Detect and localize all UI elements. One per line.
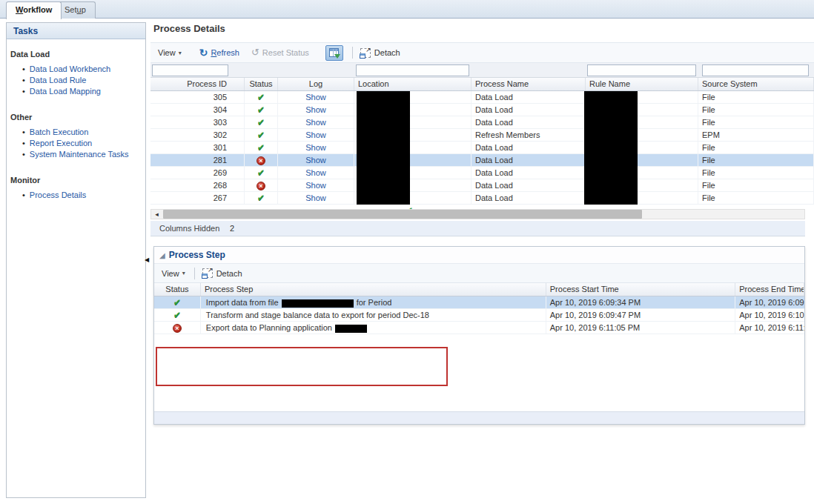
column-header[interactable]: Source System bbox=[698, 78, 814, 90]
log-cell: Show bbox=[278, 192, 354, 204]
tab-workflow[interactable]: Workflow bbox=[6, 1, 62, 19]
show-log-link[interactable]: Show bbox=[305, 118, 326, 127]
rule-name-redaction-block bbox=[584, 91, 638, 205]
panel-collapse-handle[interactable]: ◀ bbox=[143, 252, 150, 268]
source-system-cell: File bbox=[698, 167, 814, 179]
show-log-link[interactable]: Show bbox=[305, 168, 326, 177]
refresh-button[interactable]: ↻ Refresh bbox=[199, 48, 239, 57]
table-status-bar: Columns Hidden 2 bbox=[150, 221, 805, 236]
sidebar-link[interactable]: Process Details bbox=[30, 190, 86, 200]
step-column-header[interactable]: Process End Time bbox=[735, 283, 804, 296]
status-cell: ✔ bbox=[245, 167, 278, 179]
process-row[interactable]: 302✔ShowRefresh MembersEPM bbox=[150, 129, 814, 142]
step-view-menu-button[interactable]: View ▾ bbox=[162, 269, 185, 278]
tab-setup-label: Setup bbox=[64, 5, 86, 14]
filter-process-id-input[interactable] bbox=[152, 64, 228, 76]
show-log-link[interactable]: Show bbox=[305, 156, 326, 165]
log-cell: Show bbox=[278, 91, 354, 103]
sidebar-section: Monitor•Process Details bbox=[10, 176, 141, 200]
detach-button[interactable]: ↗ Detach bbox=[360, 48, 400, 58]
bullet-icon: • bbox=[22, 149, 25, 159]
table-filter-row bbox=[150, 63, 814, 78]
log-cell: Show bbox=[278, 154, 354, 166]
step-column-header[interactable]: Status bbox=[154, 283, 201, 296]
sidebar-link[interactable]: System Maintenance Tasks bbox=[30, 149, 129, 159]
process-step-panel: ◢ Process Step View ▾ ↗ Detach StatusPro… bbox=[153, 246, 805, 425]
process-step-row[interactable]: ✔Transform and stage balance data to exp… bbox=[154, 309, 804, 322]
source-system-cell: File bbox=[698, 192, 814, 204]
detach-label: Detach bbox=[374, 48, 400, 57]
toolbar-separator bbox=[194, 268, 195, 279]
scroll-left-button[interactable]: ◂ bbox=[151, 210, 162, 219]
query-by-example-button[interactable] bbox=[325, 45, 343, 61]
process-name-cell: Data Load bbox=[471, 104, 586, 116]
tab-workflow-label: Workflow bbox=[16, 5, 52, 14]
page-title: Process Details bbox=[153, 23, 225, 34]
step-redaction-block bbox=[335, 325, 367, 333]
sidebar-link[interactable]: Data Load Rule bbox=[30, 75, 86, 85]
step-start-time-cell: Apr 10, 2019 6:09:47 PM bbox=[546, 309, 735, 321]
horizontal-scrollbar[interactable]: ◂ bbox=[150, 209, 805, 219]
source-system-cell: File bbox=[698, 142, 814, 153]
column-header[interactable]: Status bbox=[245, 78, 278, 90]
scrollbar-thumb[interactable] bbox=[163, 210, 642, 219]
view-menu-button[interactable]: View ▾ bbox=[158, 48, 182, 57]
process-step-row[interactable]: ✔Import data from filefor PeriodApr 10, … bbox=[154, 296, 804, 309]
show-log-link[interactable]: Show bbox=[305, 105, 326, 114]
source-system-cell: File bbox=[698, 116, 814, 128]
process-row[interactable]: 304✔ShowData LoadFile bbox=[150, 104, 814, 116]
sidebar-section-heading: Monitor bbox=[10, 176, 141, 185]
process-name-cell: Data Load bbox=[471, 179, 586, 191]
show-log-link[interactable]: Show bbox=[305, 181, 326, 190]
error-icon: × bbox=[257, 182, 265, 190]
process-id-cell: 281 bbox=[150, 154, 245, 166]
process-step-row[interactable]: ×Export data to Planning applicationApr … bbox=[154, 322, 804, 334]
error-icon: × bbox=[257, 156, 265, 165]
column-header[interactable]: Process Name bbox=[471, 78, 586, 90]
filter-source-system-input[interactable] bbox=[702, 64, 809, 76]
process-row[interactable]: 267✔ShowData LoadFile bbox=[150, 192, 814, 205]
sidebar-link[interactable]: Batch Execution bbox=[30, 127, 89, 137]
bullet-icon: • bbox=[22, 75, 25, 85]
step-status-cell: × bbox=[154, 322, 201, 334]
column-header[interactable]: Rule Name bbox=[586, 78, 698, 90]
filter-location-input[interactable] bbox=[356, 64, 469, 76]
process-row[interactable]: 268×ShowData LoadFile bbox=[150, 179, 814, 192]
show-log-link[interactable]: Show bbox=[305, 193, 326, 202]
show-log-link[interactable]: Show bbox=[305, 143, 326, 152]
log-cell: Show bbox=[278, 104, 354, 116]
process-id-cell: 301 bbox=[150, 142, 245, 153]
log-cell: Show bbox=[278, 179, 354, 191]
step-status-cell: ✔ bbox=[154, 309, 201, 321]
process-row[interactable]: 301✔ShowData LoadFile bbox=[150, 142, 814, 154]
show-log-link[interactable]: Show bbox=[305, 130, 326, 139]
location-redaction-block bbox=[357, 91, 410, 205]
column-header[interactable]: Location bbox=[354, 78, 471, 90]
process-name-cell: Refresh Members bbox=[471, 129, 586, 141]
columns-hidden-count: 2 bbox=[230, 221, 234, 236]
step-detach-button[interactable]: ↗ Detach bbox=[202, 268, 242, 278]
step-start-time-cell: Apr 10, 2019 6:11:05 PM bbox=[546, 322, 735, 334]
column-header[interactable]: Process ID bbox=[150, 78, 245, 90]
column-header[interactable]: Log bbox=[278, 78, 354, 90]
show-log-link[interactable]: Show bbox=[305, 93, 326, 102]
reset-status-button[interactable]: ↺ Reset Status bbox=[251, 48, 309, 57]
sidebar-item: •Data Load Mapping bbox=[10, 86, 141, 96]
sidebar-section: Other•Batch Execution•Report Execution•S… bbox=[10, 113, 141, 159]
collapse-triangle-icon[interactable]: ◢ bbox=[159, 251, 165, 259]
sidebar-link[interactable]: Report Execution bbox=[30, 138, 92, 148]
sidebar-section-heading: Data Load bbox=[10, 50, 141, 59]
error-icon: × bbox=[173, 324, 182, 333]
sidebar-link[interactable]: Data Load Workbench bbox=[30, 64, 110, 74]
process-row[interactable]: 269✔ShowData LoadFile bbox=[150, 167, 814, 179]
process-row[interactable]: 305✔ShowData LoadFile bbox=[150, 91, 814, 104]
step-column-header[interactable]: Process Start Time bbox=[546, 283, 735, 296]
process-table-body: 305✔ShowData LoadFile304✔ShowData LoadFi… bbox=[150, 91, 814, 205]
filter-rule-name-input[interactable] bbox=[587, 64, 696, 76]
step-column-header[interactable]: Process Step bbox=[201, 283, 546, 296]
process-row[interactable]: 303✔ShowData LoadFile bbox=[150, 116, 814, 129]
process-row[interactable]: 281×ShowData LoadFile bbox=[150, 154, 814, 167]
tasks-panel-title: Tasks bbox=[7, 23, 145, 39]
sidebar-link[interactable]: Data Load Mapping bbox=[30, 86, 101, 96]
process-id-cell: 268 bbox=[150, 179, 245, 191]
